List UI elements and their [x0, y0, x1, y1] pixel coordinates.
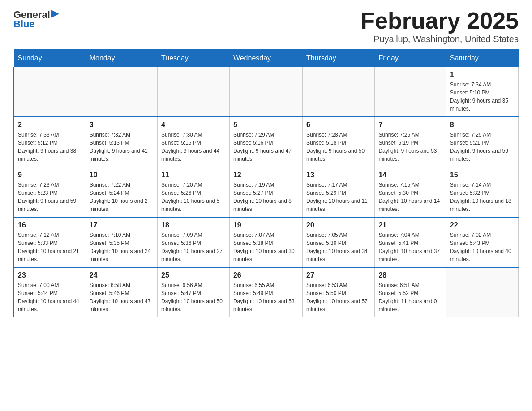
- day-header-wednesday: Wednesday: [229, 49, 302, 67]
- calendar-day-cell: [446, 267, 518, 317]
- day-number: 7: [378, 121, 442, 129]
- sun-info: Sunrise: 6:51 AMSunset: 5:52 PMDaylight:…: [378, 281, 442, 313]
- calendar-day-cell: 7Sunrise: 7:26 AMSunset: 5:19 PMDaylight…: [375, 117, 446, 167]
- calendar-week-row: 2Sunrise: 7:33 AMSunset: 5:12 PMDaylight…: [14, 117, 519, 167]
- calendar-day-cell: 10Sunrise: 7:22 AMSunset: 5:24 PMDayligh…: [86, 167, 157, 217]
- sun-info: Sunrise: 7:28 AMSunset: 5:18 PMDaylight:…: [306, 131, 371, 163]
- calendar-day-cell: [375, 67, 446, 117]
- sun-info: Sunrise: 7:05 AMSunset: 5:39 PMDaylight:…: [306, 231, 371, 263]
- day-number: 27: [306, 271, 371, 279]
- day-number: 28: [378, 271, 442, 279]
- sun-info: Sunrise: 7:29 AMSunset: 5:16 PMDaylight:…: [233, 131, 299, 163]
- day-number: 3: [90, 121, 154, 129]
- day-number: 13: [306, 171, 371, 179]
- calendar-day-cell: 8Sunrise: 7:25 AMSunset: 5:21 PMDaylight…: [446, 117, 518, 167]
- day-header-monday: Monday: [86, 49, 157, 67]
- page-header: General Blue February 2025 Puyallup, Was…: [13, 9, 519, 44]
- calendar-week-row: 23Sunrise: 7:00 AMSunset: 5:44 PMDayligh…: [14, 267, 519, 317]
- month-title: February 2025: [360, 9, 519, 32]
- calendar-day-cell: 17Sunrise: 7:10 AMSunset: 5:35 PMDayligh…: [86, 217, 157, 267]
- sun-info: Sunrise: 7:32 AMSunset: 5:13 PMDaylight:…: [90, 131, 154, 163]
- day-header-sunday: Sunday: [14, 49, 86, 67]
- calendar-day-cell: 1Sunrise: 7:34 AMSunset: 5:10 PMDaylight…: [446, 67, 518, 117]
- calendar-day-cell: 21Sunrise: 7:04 AMSunset: 5:41 PMDayligh…: [375, 217, 446, 267]
- sun-info: Sunrise: 7:04 AMSunset: 5:41 PMDaylight:…: [378, 231, 442, 263]
- sun-info: Sunrise: 7:17 AMSunset: 5:29 PMDaylight:…: [306, 181, 371, 213]
- sun-info: Sunrise: 7:14 AMSunset: 5:32 PMDaylight:…: [450, 181, 515, 213]
- day-number: 6: [306, 121, 371, 129]
- calendar-day-cell: 15Sunrise: 7:14 AMSunset: 5:32 PMDayligh…: [446, 167, 518, 217]
- day-number: 16: [18, 221, 82, 229]
- calendar-day-cell: 11Sunrise: 7:20 AMSunset: 5:26 PMDayligh…: [158, 167, 230, 217]
- sun-info: Sunrise: 6:53 AMSunset: 5:50 PMDaylight:…: [306, 281, 371, 313]
- logo-arrow-icon: [51, 9, 60, 19]
- calendar-day-cell: 25Sunrise: 6:56 AMSunset: 5:47 PMDayligh…: [158, 267, 230, 317]
- calendar-week-row: 9Sunrise: 7:23 AMSunset: 5:23 PMDaylight…: [14, 167, 519, 217]
- calendar-day-cell: [158, 67, 230, 117]
- sun-info: Sunrise: 6:58 AMSunset: 5:46 PMDaylight:…: [90, 281, 154, 313]
- calendar-day-cell: [86, 67, 157, 117]
- day-number: 10: [90, 171, 154, 179]
- sun-info: Sunrise: 7:30 AMSunset: 5:15 PMDaylight:…: [161, 131, 226, 163]
- sun-info: Sunrise: 7:09 AMSunset: 5:36 PMDaylight:…: [161, 231, 226, 263]
- title-section: February 2025 Puyallup, Washington, Unit…: [360, 9, 519, 44]
- day-number: 20: [306, 221, 371, 229]
- calendar-day-cell: [303, 67, 375, 117]
- calendar-day-cell: 14Sunrise: 7:15 AMSunset: 5:30 PMDayligh…: [375, 167, 446, 217]
- calendar-day-cell: 5Sunrise: 7:29 AMSunset: 5:16 PMDaylight…: [229, 117, 302, 167]
- calendar-day-cell: [14, 67, 86, 117]
- calendar-day-cell: 26Sunrise: 6:55 AMSunset: 5:49 PMDayligh…: [229, 267, 302, 317]
- day-header-thursday: Thursday: [303, 49, 375, 67]
- calendar-day-cell: 2Sunrise: 7:33 AMSunset: 5:12 PMDaylight…: [14, 117, 86, 167]
- day-number: 12: [233, 171, 299, 179]
- calendar-day-cell: 4Sunrise: 7:30 AMSunset: 5:15 PMDaylight…: [158, 117, 230, 167]
- calendar-day-cell: 27Sunrise: 6:53 AMSunset: 5:50 PMDayligh…: [303, 267, 375, 317]
- day-number: 8: [450, 121, 515, 129]
- sun-info: Sunrise: 6:55 AMSunset: 5:49 PMDaylight:…: [233, 281, 299, 313]
- day-number: 19: [233, 221, 299, 229]
- sun-info: Sunrise: 7:00 AMSunset: 5:44 PMDaylight:…: [18, 281, 82, 313]
- day-number: 26: [233, 271, 299, 279]
- calendar-day-cell: 24Sunrise: 6:58 AMSunset: 5:46 PMDayligh…: [86, 267, 157, 317]
- calendar-day-cell: 18Sunrise: 7:09 AMSunset: 5:36 PMDayligh…: [158, 217, 230, 267]
- day-number: 11: [161, 171, 226, 179]
- day-number: 15: [450, 171, 515, 179]
- sun-info: Sunrise: 7:33 AMSunset: 5:12 PMDaylight:…: [18, 131, 82, 163]
- day-number: 9: [18, 171, 82, 179]
- calendar-week-row: 1Sunrise: 7:34 AMSunset: 5:10 PMDaylight…: [14, 67, 519, 117]
- calendar-day-cell: 9Sunrise: 7:23 AMSunset: 5:23 PMDaylight…: [14, 167, 86, 217]
- calendar-day-cell: [229, 67, 302, 117]
- day-header-friday: Friday: [375, 49, 446, 67]
- day-number: 22: [450, 221, 515, 229]
- sun-info: Sunrise: 7:20 AMSunset: 5:26 PMDaylight:…: [161, 181, 226, 213]
- day-number: 21: [378, 221, 442, 229]
- day-header-tuesday: Tuesday: [158, 49, 230, 67]
- day-number: 2: [18, 121, 82, 129]
- calendar-week-row: 16Sunrise: 7:12 AMSunset: 5:33 PMDayligh…: [14, 217, 519, 267]
- logo-blue-text: Blue: [13, 19, 35, 30]
- sun-info: Sunrise: 7:26 AMSunset: 5:19 PMDaylight:…: [378, 131, 442, 163]
- calendar-day-cell: 16Sunrise: 7:12 AMSunset: 5:33 PMDayligh…: [14, 217, 86, 267]
- day-number: 24: [90, 271, 154, 279]
- logo: General Blue: [13, 9, 60, 30]
- calendar-header-row: SundayMondayTuesdayWednesdayThursdayFrid…: [14, 49, 519, 67]
- day-number: 25: [161, 271, 226, 279]
- calendar-day-cell: 13Sunrise: 7:17 AMSunset: 5:29 PMDayligh…: [303, 167, 375, 217]
- day-header-saturday: Saturday: [446, 49, 518, 67]
- sun-info: Sunrise: 7:07 AMSunset: 5:38 PMDaylight:…: [233, 231, 299, 263]
- day-number: 5: [233, 121, 299, 129]
- day-number: 18: [161, 221, 226, 229]
- sun-info: Sunrise: 7:22 AMSunset: 5:24 PMDaylight:…: [90, 181, 154, 213]
- calendar-day-cell: 20Sunrise: 7:05 AMSunset: 5:39 PMDayligh…: [303, 217, 375, 267]
- sun-info: Sunrise: 7:34 AMSunset: 5:10 PMDaylight:…: [450, 81, 515, 113]
- day-number: 4: [161, 121, 226, 129]
- calendar-day-cell: 28Sunrise: 6:51 AMSunset: 5:52 PMDayligh…: [375, 267, 446, 317]
- day-number: 1: [450, 71, 515, 79]
- calendar-day-cell: 22Sunrise: 7:02 AMSunset: 5:43 PMDayligh…: [446, 217, 518, 267]
- day-number: 14: [378, 171, 442, 179]
- calendar-day-cell: 3Sunrise: 7:32 AMSunset: 5:13 PMDaylight…: [86, 117, 157, 167]
- calendar-day-cell: 23Sunrise: 7:00 AMSunset: 5:44 PMDayligh…: [14, 267, 86, 317]
- sun-info: Sunrise: 7:19 AMSunset: 5:27 PMDaylight:…: [233, 181, 299, 213]
- sun-info: Sunrise: 7:10 AMSunset: 5:35 PMDaylight:…: [90, 231, 154, 263]
- calendar-day-cell: 6Sunrise: 7:28 AMSunset: 5:18 PMDaylight…: [303, 117, 375, 167]
